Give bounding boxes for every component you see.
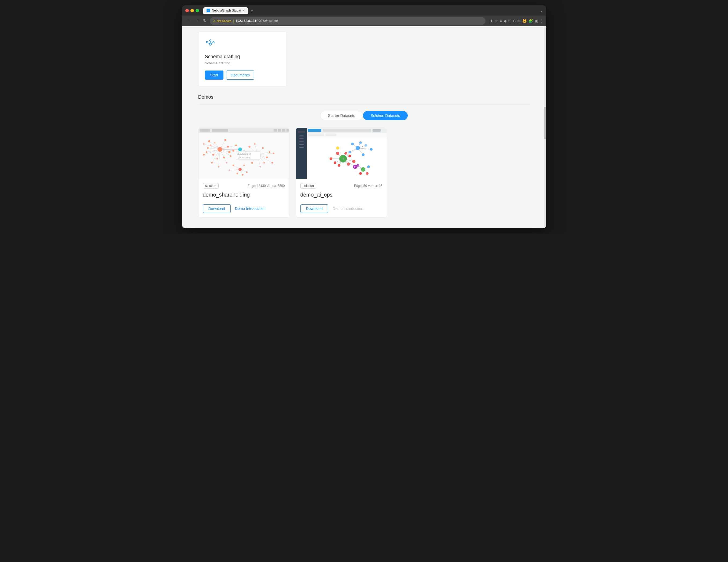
svg-rect-101 — [298, 131, 305, 133]
minimize-button[interactable] — [190, 9, 194, 12]
svg-rect-108 — [308, 129, 321, 132]
svg-point-57 — [218, 147, 222, 152]
svg-point-146 — [336, 152, 339, 155]
demo-card-body-aiops: solution Edge: 50 Vertex: 36 demo_ai_ops… — [296, 179, 387, 217]
demo-card-meta-shareholding: solution Edge: 13130 Vertex: 5500 — [203, 183, 285, 189]
svg-rect-102 — [299, 135, 304, 137]
extension-icon-4[interactable]: C — [513, 19, 516, 23]
svg-point-84 — [269, 151, 270, 153]
svg-point-137 — [356, 146, 360, 150]
svg-point-163 — [336, 146, 339, 150]
url-domain: 192.168.8.131 — [236, 19, 256, 23]
dataset-tabs: Starter Datasets Solution Datasets — [198, 111, 530, 120]
new-tab-button[interactable]: + — [249, 7, 255, 14]
svg-rect-110 — [373, 129, 381, 132]
download-button-aiops[interactable]: Download — [300, 204, 328, 213]
menu-icon[interactable]: ⋮ — [540, 19, 543, 23]
svg-point-69 — [223, 157, 225, 158]
svg-point-161 — [366, 172, 369, 175]
scrollbar-thumb[interactable] — [544, 107, 546, 139]
active-tab[interactable]: N NebulaGraph Studio × — [203, 7, 248, 14]
demo-card-image-aiops: 🔲 — [296, 128, 387, 179]
page-content: Schema drafting Schema drafting Start Do… — [182, 26, 546, 228]
starter-datasets-tab[interactable]: Starter Datasets — [320, 111, 363, 120]
svg-point-139 — [362, 153, 365, 156]
start-button[interactable]: Start — [205, 71, 224, 80]
svg-text:Type: company: Type: company — [237, 156, 250, 159]
badge-solution-aiops: solution — [300, 183, 316, 189]
refresh-button[interactable]: ↻ — [202, 18, 208, 24]
svg-point-67 — [210, 145, 211, 146]
demo-intro-button-aiops: Demo Introduction — [333, 207, 363, 211]
svg-point-62 — [224, 139, 226, 141]
svg-point-78 — [203, 144, 204, 145]
extension-icon-3[interactable]: f? — [508, 19, 512, 23]
extension-icon-5[interactable]: ✉ — [517, 19, 521, 23]
tab-close-icon[interactable]: × — [242, 9, 245, 12]
demo-cards-grid: shareholding_47 Type: company solution E… — [198, 128, 530, 218]
documents-button[interactable]: Documents — [226, 71, 254, 80]
back-button[interactable]: ← — [185, 18, 191, 24]
svg-point-65 — [211, 162, 213, 164]
extension-icon-1[interactable]: ● — [500, 19, 502, 23]
svg-rect-12 — [278, 129, 281, 132]
schema-description: Schema drafting — [205, 61, 280, 65]
demo-card-actions-shareholding: Download Demo Introduction — [203, 204, 285, 213]
svg-rect-9 — [200, 129, 210, 132]
svg-point-83 — [263, 162, 265, 164]
svg-point-88 — [273, 153, 274, 154]
svg-point-75 — [203, 154, 205, 156]
svg-point-91 — [243, 165, 245, 166]
svg-rect-109 — [323, 129, 371, 132]
url-path: :7001/welcome — [256, 19, 278, 23]
close-button[interactable] — [185, 9, 189, 12]
extension-icon-2[interactable]: ◆ — [504, 19, 507, 23]
svg-point-68 — [227, 146, 229, 148]
svg-point-61 — [212, 154, 214, 156]
svg-point-159 — [356, 164, 359, 167]
svg-rect-112 — [308, 134, 324, 136]
svg-rect-11 — [274, 129, 277, 132]
svg-point-81 — [262, 147, 264, 149]
svg-point-92 — [237, 173, 238, 174]
bookmark-icon[interactable]: ☆ — [495, 19, 498, 23]
demo-card-actions-aiops: Download Demo Introduction — [300, 204, 383, 213]
download-button-shareholding[interactable]: Download — [203, 204, 231, 213]
scrollbar-track — [544, 26, 546, 228]
svg-point-149 — [347, 163, 350, 166]
address-bar[interactable]: ⚠ Not Secure | 192.168.8.131:7001/welcom… — [210, 17, 486, 25]
page-wrapper: Schema drafting Schema drafting Start Do… — [182, 26, 546, 228]
toolbar-icons: ⬆ ☆ ● ◆ f? C ✉ 🐱 🧩 ▣ ⋮ — [490, 19, 543, 23]
demos-divider — [198, 104, 530, 105]
svg-point-74 — [218, 166, 219, 168]
maximize-button[interactable] — [196, 9, 199, 12]
svg-text:P: P — [354, 166, 356, 168]
svg-point-82 — [266, 157, 268, 159]
extension-icon-6[interactable]: 🐱 — [522, 19, 527, 23]
svg-point-93 — [242, 174, 244, 176]
svg-point-94 — [229, 170, 230, 171]
sidebar-toggle-icon[interactable]: ▣ — [535, 19, 538, 23]
schema-title: Schema drafting — [205, 54, 280, 60]
svg-point-141 — [370, 148, 373, 151]
svg-point-160 — [367, 166, 370, 168]
tab-end-chevron[interactable]: ⌄ — [540, 8, 543, 13]
extension-icon-7[interactable]: 🧩 — [528, 19, 533, 23]
svg-point-77 — [235, 145, 237, 146]
solution-datasets-tab[interactable]: Solution Datasets — [363, 111, 408, 120]
svg-rect-10 — [212, 129, 228, 132]
svg-line-5 — [208, 43, 209, 44]
svg-point-142 — [359, 141, 362, 144]
svg-point-138 — [348, 151, 351, 153]
svg-rect-103 — [299, 138, 304, 139]
svg-point-2 — [213, 41, 214, 43]
svg-point-162 — [359, 172, 362, 175]
svg-point-3 — [209, 40, 211, 41]
demo-card-name-shareholding: demo_shareholding — [203, 192, 285, 198]
tab-bar: N NebulaGraph Studio × + ⌄ — [203, 7, 543, 14]
demo-card-image-shareholding: shareholding_47 Type: company — [198, 128, 289, 179]
forward-button[interactable]: → — [193, 18, 200, 24]
share-icon[interactable]: ⬆ — [490, 19, 493, 23]
demo-intro-button-shareholding[interactable]: Demo Introduction — [235, 207, 266, 211]
demo-card-meta-aiops: solution Edge: 50 Vertex: 36 — [300, 183, 383, 189]
